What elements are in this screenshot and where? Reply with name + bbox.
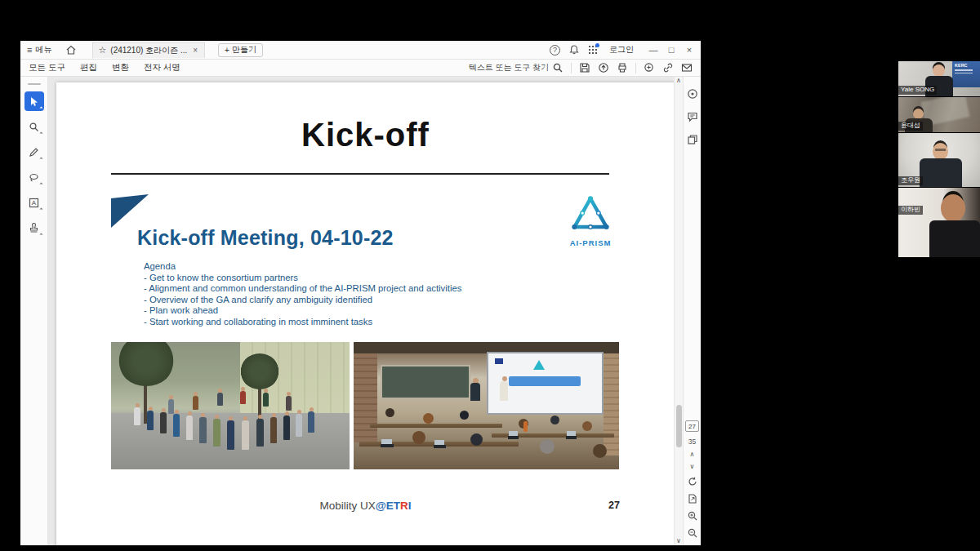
tab-close-icon[interactable]: × <box>191 46 199 55</box>
cursor-icon <box>29 96 39 107</box>
help-icon[interactable]: ? <box>550 45 560 56</box>
photo-brick-wall <box>354 353 377 442</box>
photo-person <box>283 415 290 440</box>
poster-kerc: KERC <box>952 61 980 87</box>
search-box[interactable]: 텍스트 또는 도구 찾기 <box>469 62 564 73</box>
text-box-icon: A <box>29 198 39 208</box>
poster-line <box>955 69 973 71</box>
video-tile[interactable]: 이하빈 <box>898 188 980 257</box>
lasso-icon <box>29 172 39 183</box>
rotate-page-icon[interactable] <box>687 476 698 487</box>
draw-tool-button[interactable] <box>24 142 44 162</box>
photo-tree <box>240 353 279 389</box>
participant-body <box>920 158 962 187</box>
photo-laptop <box>508 436 519 439</box>
current-page-input[interactable]: 27 <box>685 420 699 432</box>
photo-attendee <box>550 415 559 424</box>
stamp-add-icon[interactable] <box>644 62 655 73</box>
save-icon[interactable] <box>579 62 590 73</box>
video-tile[interactable]: KERC Yale SONG <box>898 61 980 96</box>
photo-presenter-body <box>470 383 480 401</box>
home-icon <box>65 44 77 56</box>
page-thumbnails-icon[interactable] <box>687 134 698 145</box>
select-tool-button[interactable] <box>24 91 44 111</box>
document-viewport[interactable]: Kick-off Kick-off Meeting, 04-10-22 Agen… <box>48 77 674 545</box>
menubar-items: 모든 도구 편집 변환 전자 서명 <box>29 62 180 73</box>
menu-edit[interactable]: 편집 <box>80 62 97 73</box>
scrollbar-thumb[interactable] <box>676 405 682 447</box>
new-tab-label: 만들기 <box>232 44 256 56</box>
new-tab-button[interactable]: + 만들기 <box>218 43 263 57</box>
menubar: 모든 도구 편집 변환 전자 서명 텍스트 또는 도구 찾기 <box>20 60 701 77</box>
zoom-out-icon[interactable] <box>687 527 698 539</box>
menu-convert[interactable]: 변환 <box>112 62 129 73</box>
bell-icon[interactable] <box>568 44 580 56</box>
star-icon[interactable]: ☆ <box>98 45 106 56</box>
rail-divider <box>28 83 41 85</box>
dropdown-caret <box>39 106 42 109</box>
photo-laptop <box>434 445 446 448</box>
photo-brick-wall <box>604 353 620 455</box>
photo-person <box>263 393 269 407</box>
scroll-up-arrow[interactable]: ∧ <box>676 78 681 84</box>
document-scrollbar[interactable]: ∧ ∨ <box>674 77 683 545</box>
agenda-block: Agenda - Get to know the consortium part… <box>144 261 461 328</box>
login-button[interactable]: 로그인 <box>606 43 637 56</box>
comments-icon[interactable] <box>687 111 698 122</box>
footer-etri-blue: @ET <box>376 500 400 512</box>
participant-name: 윤대섭 <box>898 122 923 131</box>
highlight-tool-button[interactable] <box>24 167 44 187</box>
zoom-tool-button[interactable] <box>24 117 44 136</box>
home-button[interactable] <box>61 42 81 57</box>
notification-dot <box>595 43 599 47</box>
add-text-tool-button[interactable]: A <box>24 193 44 212</box>
photo-attendee <box>412 431 425 444</box>
window-controls: — □ × <box>645 45 697 55</box>
print-icon[interactable] <box>617 62 628 73</box>
stamp-tool-button[interactable] <box>24 218 44 238</box>
participant-name: 조우원 <box>898 176 923 185</box>
photo-attendee <box>540 439 555 454</box>
ai-prism-logo-text: AI-PRISM <box>564 238 617 247</box>
upload-share-icon[interactable] <box>598 62 609 73</box>
footer-text: Mobility UX <box>319 500 375 512</box>
menu-button[interactable]: ≡ 메뉴 <box>24 42 55 57</box>
photo-bottle <box>523 421 528 432</box>
agenda-item: - Get to know the consortium partners <box>144 273 461 284</box>
zoom-in-icon[interactable] <box>687 510 698 522</box>
participant-video-strip: KERC Yale SONG 윤대섭 조우원 이하빈 <box>898 61 980 258</box>
participant-head <box>941 194 965 222</box>
menu-esign[interactable]: 전자 서명 <box>144 62 180 73</box>
next-page-button[interactable]: ∨ <box>690 464 695 470</box>
video-tile[interactable]: 조우원 <box>898 133 980 187</box>
plus-icon: + <box>225 46 229 55</box>
total-pages-label: 35 <box>688 438 696 446</box>
photo-person <box>173 414 180 437</box>
export-page-icon[interactable] <box>687 493 698 504</box>
document-tab[interactable]: ☆ (241210) 호라이즌 ... × <box>92 42 205 58</box>
link-icon[interactable] <box>662 62 674 73</box>
maximize-button[interactable]: □ <box>663 45 679 55</box>
photo-person <box>217 393 223 406</box>
menubar-right: 텍스트 또는 도구 찾기 <box>469 62 693 73</box>
ai-assistant-icon[interactable] <box>687 88 698 100</box>
email-icon[interactable] <box>681 62 693 73</box>
stamp-icon <box>29 223 39 233</box>
slide-heading: Kick-off Meeting, 04-10-22 <box>137 226 394 250</box>
scroll-down-arrow[interactable]: ∨ <box>676 538 681 544</box>
main-area: A Kick-off Kick-off Meeting, 04-10-22 Ag… <box>20 77 701 545</box>
agenda-item: - Start working and collaborating in mos… <box>144 317 461 328</box>
separator <box>635 63 636 73</box>
close-button[interactable]: × <box>681 45 697 55</box>
video-tile[interactable]: 윤대섭 <box>898 97 980 132</box>
participant-head <box>933 143 948 160</box>
hamburger-icon: ≡ <box>27 45 32 55</box>
previous-page-button[interactable]: ∧ <box>690 451 695 458</box>
titlebar-right: ? 로그인 — □ × <box>550 43 697 56</box>
apps-grid-icon[interactable] <box>588 45 598 55</box>
minimize-button[interactable]: — <box>645 45 662 55</box>
menu-all-tools[interactable]: 모든 도구 <box>29 62 65 73</box>
photo-person <box>256 419 264 447</box>
search-icon <box>552 62 564 73</box>
svg-text:A: A <box>32 199 37 207</box>
